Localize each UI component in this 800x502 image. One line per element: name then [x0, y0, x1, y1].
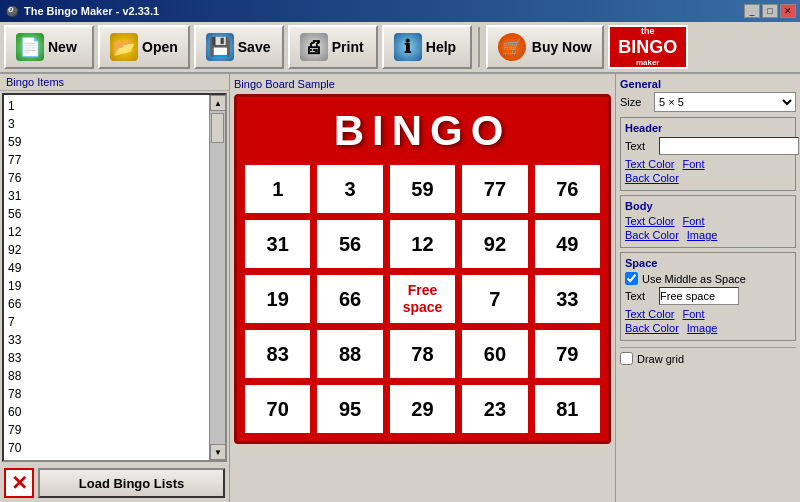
list-item[interactable]: 49 [6, 259, 223, 277]
body-link-row2: Back Color Image [625, 229, 791, 241]
space-font-link[interactable]: Font [683, 308, 705, 320]
body-image-link[interactable]: Image [687, 229, 718, 241]
list-item[interactable]: 79 [6, 421, 223, 439]
scrollbar[interactable]: ▲ ▼ [209, 95, 225, 460]
header-back-row: Back Color [625, 172, 791, 184]
list-item[interactable]: 88 [6, 367, 223, 385]
list-item[interactable]: 33 [6, 331, 223, 349]
header-font-link[interactable]: Font [683, 158, 705, 170]
list-item[interactable]: 19 [6, 277, 223, 295]
board-header: Bingo Board Sample [234, 78, 611, 90]
body-section: Body Text Color Font Back Color Image [620, 195, 796, 248]
space-link-row2: Back Color Image [625, 322, 791, 334]
load-bingo-lists-button[interactable]: Load Bingo Lists [38, 468, 225, 498]
list-items-container: 1359777631561292491966733838878607970952… [4, 95, 225, 462]
bingo-cell: 49 [533, 218, 602, 270]
list-item[interactable]: 60 [6, 403, 223, 421]
draw-grid-label: Draw grid [637, 353, 684, 365]
size-row: Size 3 × 3 4 × 4 5 × 5 6 × 6 [620, 92, 796, 112]
space-back-color-link[interactable]: Back Color [625, 322, 679, 334]
help-button[interactable]: ℹ Help [382, 25, 472, 69]
list-item[interactable]: 3 [6, 115, 223, 133]
body-text-color-link[interactable]: Text Color [625, 215, 675, 227]
scroll-down-button[interactable]: ▼ [210, 444, 226, 460]
delete-button[interactable]: ✕ [4, 468, 34, 498]
list-item[interactable]: 95 [6, 457, 223, 462]
space-section: Space Use Middle as Space Text Text Colo… [620, 252, 796, 341]
header-text-color-link[interactable]: Text Color [625, 158, 675, 170]
list-item[interactable]: 7 [6, 313, 223, 331]
divider [620, 347, 796, 348]
save-button[interactable]: 💾 Save [194, 25, 284, 69]
list-item[interactable]: 92 [6, 241, 223, 259]
header-section: Header Text Text Color Font Back Color [620, 117, 796, 191]
bingo-cell: Free space [388, 273, 457, 325]
bingo-title-text: BINGO [334, 107, 512, 154]
list-item[interactable]: 83 [6, 349, 223, 367]
title-bar: 🎱 The Bingo Maker - v2.33.1 _ □ ✕ [0, 0, 800, 22]
size-label: Size [620, 96, 650, 108]
close-button[interactable]: ✕ [780, 4, 796, 18]
header-text-row: Text [625, 137, 791, 155]
bingo-cell: 77 [460, 163, 529, 215]
list-item[interactable]: 70 [6, 439, 223, 457]
title-bar-left: 🎱 The Bingo Maker - v2.33.1 [4, 3, 159, 19]
window-title: The Bingo Maker - v2.33.1 [24, 5, 159, 17]
space-link-row1: Text Color Font [625, 308, 791, 320]
buynow-icon: 🛒 [498, 33, 526, 61]
list-item[interactable]: 56 [6, 205, 223, 223]
list-item[interactable]: 78 [6, 385, 223, 403]
open-button[interactable]: 📂 Open [98, 25, 190, 69]
bingo-items-list[interactable]: 1359777631561292491966733838878607970952… [2, 93, 227, 462]
header-back-color-link[interactable]: Back Color [625, 172, 679, 184]
list-item[interactable]: 1 [6, 97, 223, 115]
bingo-cell: 3 [315, 163, 384, 215]
bingo-cell: 66 [315, 273, 384, 325]
open-icon: 📂 [110, 33, 138, 61]
list-item[interactable]: 66 [6, 295, 223, 313]
maximize-button[interactable]: □ [762, 4, 778, 18]
scroll-track[interactable] [210, 111, 225, 444]
scroll-thumb[interactable] [211, 113, 224, 143]
bingo-cell: 70 [243, 383, 312, 435]
bingo-board: BINGO 1359777631561292491966Free space73… [234, 94, 611, 444]
space-text-row: Text [625, 287, 791, 305]
bingo-cell: 76 [533, 163, 602, 215]
print-button[interactable]: 🖨 Print [288, 25, 378, 69]
body-back-color-link[interactable]: Back Color [625, 229, 679, 241]
delete-icon: ✕ [11, 471, 28, 495]
size-select[interactable]: 3 × 3 4 × 4 5 × 5 6 × 6 [654, 92, 796, 112]
list-item[interactable]: 12 [6, 223, 223, 241]
bingo-cell: 33 [533, 273, 602, 325]
body-font-link[interactable]: Font [683, 215, 705, 227]
draw-grid-row: Draw grid [620, 352, 796, 365]
header-text-input[interactable] [659, 137, 799, 155]
new-button[interactable]: 📄 New [4, 25, 94, 69]
bingo-cell: 60 [460, 328, 529, 380]
right-panel: General Size 3 × 3 4 × 4 5 × 5 6 × 6 Hea… [615, 74, 800, 502]
bingo-logo: the BINGO maker [608, 25, 688, 69]
space-text-input[interactable] [659, 287, 739, 305]
save-icon: 💾 [206, 33, 234, 61]
space-image-link[interactable]: Image [687, 322, 718, 334]
draw-grid-checkbox[interactable] [620, 352, 633, 365]
space-text-color-link[interactable]: Text Color [625, 308, 675, 320]
space-section-title: Space [625, 257, 791, 269]
toolbar-separator [478, 27, 480, 67]
scroll-up-button[interactable]: ▲ [210, 95, 226, 111]
bingo-grid: 1359777631561292491966Free space73383887… [243, 163, 602, 435]
bingo-cell: 23 [460, 383, 529, 435]
bingo-cell: 12 [388, 218, 457, 270]
list-item[interactable]: 76 [6, 169, 223, 187]
buynow-button[interactable]: 🛒 Buy Now [486, 25, 604, 69]
bingo-cell: 78 [388, 328, 457, 380]
bingo-cell: 56 [315, 218, 384, 270]
bottom-bar: ✕ Load Bingo Lists [0, 464, 229, 502]
list-item[interactable]: 59 [6, 133, 223, 151]
list-item[interactable]: 31 [6, 187, 223, 205]
minimize-button[interactable]: _ [744, 4, 760, 18]
use-middle-checkbox[interactable] [625, 272, 638, 285]
bingo-cell: 19 [243, 273, 312, 325]
list-item[interactable]: 77 [6, 151, 223, 169]
header-section-title: Header [625, 122, 791, 134]
